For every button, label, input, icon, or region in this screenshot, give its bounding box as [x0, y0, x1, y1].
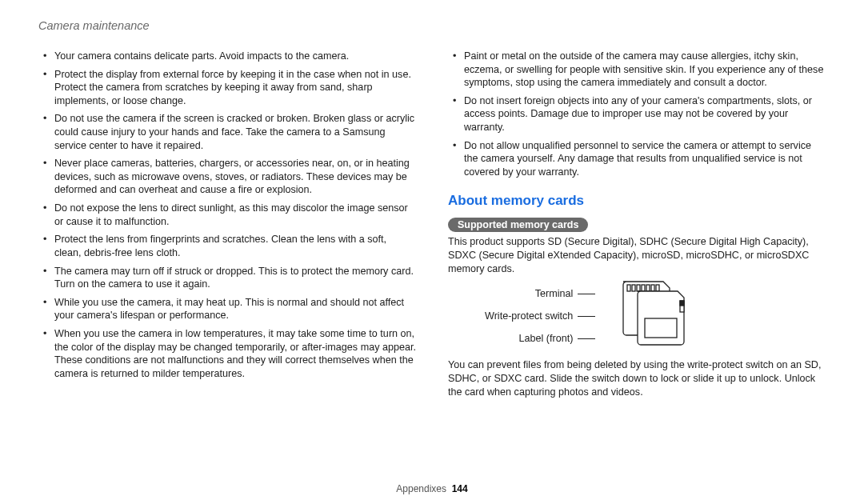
- list-item: Protect the lens from fingerprints and s…: [43, 233, 416, 259]
- list-item: Do not allow unqualified personnel to se…: [453, 139, 826, 179]
- list-item: The camera may turn off if struck or dro…: [43, 265, 416, 291]
- svg-rect-4: [646, 285, 650, 291]
- left-column: Your camera contains delicate parts. Avo…: [38, 50, 416, 403]
- right-column: Paint or metal on the outside of the cam…: [448, 50, 826, 403]
- label-front: Label (front): [485, 333, 595, 344]
- list-item: While you use the camera, it may heat up…: [43, 296, 416, 322]
- list-item: Protect the display from external force …: [43, 68, 416, 108]
- svg-rect-0: [627, 285, 630, 291]
- two-column-layout: Your camera contains delicate parts. Avo…: [38, 50, 826, 403]
- list-item: Do not insert foreign objects into any o…: [453, 94, 826, 134]
- svg-rect-8: [680, 301, 684, 306]
- sd-card-icon: [603, 280, 691, 352]
- svg-rect-3: [642, 285, 645, 291]
- list-item: Do not expose the lens to direct sunligh…: [43, 202, 416, 228]
- list-item: Never place cameras, batteries, chargers…: [43, 157, 416, 197]
- page-footer: Appendixes 144: [0, 483, 864, 494]
- list-item: Do not use the camera if the screen is c…: [43, 112, 416, 152]
- svg-rect-9: [645, 318, 677, 338]
- label-write-protect-switch: Write-protect switch: [485, 310, 595, 322]
- list-item: When you use the camera in low temperatu…: [43, 327, 416, 380]
- supported-cards-text: This product supports SD (Secure Digital…: [448, 235, 826, 275]
- page-header: Camera maintenance: [38, 19, 826, 32]
- pill-supported-memory-cards: Supported memory cards: [448, 218, 588, 232]
- footer-page-number: 144: [452, 483, 468, 494]
- svg-rect-1: [632, 285, 635, 291]
- left-bullet-list: Your camera contains delicate parts. Avo…: [38, 50, 416, 380]
- section-title-about-memory-cards: About memory cards: [448, 193, 826, 209]
- page-container: Camera maintenance Your camera contains …: [0, 0, 864, 504]
- svg-rect-6: [656, 285, 659, 291]
- svg-rect-5: [651, 285, 654, 291]
- sd-card-diagram: Terminal Write-protect switch Label (fro…: [448, 280, 826, 352]
- write-protect-text: You can prevent files from being deleted…: [448, 358, 826, 398]
- svg-rect-2: [637, 285, 640, 291]
- footer-section: Appendixes: [396, 483, 446, 494]
- right-top-bullet-list: Paint or metal on the outside of the cam…: [448, 50, 826, 178]
- list-item: Paint or metal on the outside of the cam…: [453, 50, 826, 90]
- list-item: Your camera contains delicate parts. Avo…: [43, 50, 416, 63]
- label-terminal: Terminal: [485, 288, 595, 299]
